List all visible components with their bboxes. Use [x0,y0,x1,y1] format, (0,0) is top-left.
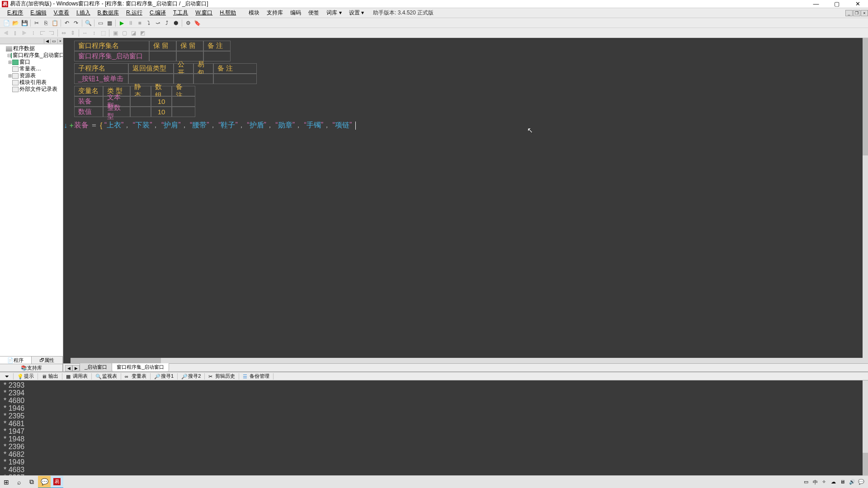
tab-variables[interactable]: ∞变量表 [122,372,149,380]
subproc-grid[interactable]: 子程序名返回值类型公开易包备 注 _按钮1_被单击 [74,63,257,84]
align-left[interactable]: ⫷ [2,29,10,37]
tb-pause[interactable]: ⏸ [127,19,135,27]
taskbar-app-wechat[interactable]: 💬 [38,476,51,488]
tb-open[interactable]: 📂 [11,19,19,27]
search-button[interactable]: ⌕ [13,476,25,488]
tb-copy[interactable]: ⎘ [42,19,50,27]
tree-item[interactable]: 外部文件记录表 [1,86,62,93]
tb-stepover[interactable]: ⤻ [154,19,162,27]
code-editor[interactable]: 窗口程序集名保 留保 留备 注 窗口程序集_启动窗口 子程序名返回值类型公开易包… [63,38,868,363]
tab-nav-prev[interactable]: ◀ [65,365,72,371]
tab-nav-next[interactable]: ▶ [72,365,80,371]
align-center[interactable]: ⫿ [11,29,19,37]
tb-window[interactable]: ▭ [96,19,104,27]
volume-icon[interactable]: 🔊 [849,479,855,485]
taskview-button[interactable]: ⧉ [25,476,38,488]
tb-bookmark[interactable]: 🔖 [193,19,201,27]
tab-program[interactable]: 📄 程序 [0,357,32,364]
same-size[interactable]: ⬚ [99,29,107,37]
tab-hint[interactable]: 💡提示 [14,372,37,380]
output-vscroll[interactable] [863,380,868,475]
editor-hscroll[interactable] [71,358,868,363]
tb-layout[interactable]: ▦ [105,19,113,27]
menu-notes[interactable]: 便签 [305,9,323,17]
panel-dock-icon[interactable]: ◀ [44,39,50,43]
tab-search2[interactable]: 🔎搜寻2 [179,372,203,380]
same-w[interactable]: ↔ [81,29,89,37]
menu-view[interactable]: V.查看 [50,9,73,17]
back[interactable]: ◩ [138,29,146,37]
tb-stepinto[interactable]: ⤵ [145,19,153,27]
tab-support[interactable]: 📚 支持库 [0,364,63,371]
tab-properties[interactable]: 🗗 属性 [32,357,63,364]
panel-close-icon[interactable]: × [57,39,63,43]
procset-grid[interactable]: 窗口程序集名保 留保 留备 注 窗口程序集_启动窗口 [74,41,231,61]
menu-settings[interactable]: 设置 ▾ [345,9,368,17]
menu-support[interactable]: 支持库 [263,9,287,17]
align-right[interactable]: ⫸ [20,29,28,37]
start-button[interactable]: ⊞ [0,476,13,488]
tray-icon[interactable]: ✧ [822,479,828,485]
maximize-button[interactable]: ▢ [826,0,847,8]
tb-compile[interactable]: ⚙ [184,19,192,27]
tab-search1[interactable]: 🔎搜寻1 [151,372,176,380]
group[interactable]: ▣ [111,29,119,37]
mdi-min[interactable]: _ [845,10,853,16]
project-tree[interactable]: 程序数据 ⊟窗口程序集_启动窗口 ⊞窗口 常量表… ⊞资源表 模块引用表 外部文… [0,44,63,356]
tree-item[interactable]: 模块引用表 [1,79,62,86]
align-bottom[interactable]: ⫎ [47,29,56,37]
tb-stepout[interactable]: ⤴ [163,19,171,27]
tb-find[interactable]: 🔍 [84,19,92,27]
variable-grid[interactable]: 变量名类 型静态数组备 注 装备文本型10 数值整数型10 [74,86,195,117]
menu-database[interactable]: B.数据库 [94,9,123,17]
system-tray[interactable]: ▭ 中 ✧ ☁ 🖥 🔊 💬 [804,479,868,485]
menu-module[interactable]: 模块 [245,9,263,17]
dist-v[interactable]: ⇕ [69,29,77,37]
tree-root[interactable]: 程序数据 [1,45,62,52]
editor-tab-active[interactable]: 窗口程序集_启动窗口 [112,362,169,371]
tab-watch[interactable]: 🔍监视表 [93,372,120,380]
taskbar-app-eyuyan[interactable]: 易 [51,476,63,488]
minimize-button[interactable]: — [806,0,826,8]
ime-icon[interactable]: 中 [813,479,819,485]
tb-run[interactable]: ▶ [118,19,126,27]
tab-output[interactable]: 🖥输出 [39,372,61,380]
ungroup[interactable]: ▢ [120,29,128,37]
panel-pin-icon[interactable]: ▭ [50,39,57,43]
align-top[interactable]: ⫶ [29,29,38,37]
menu-encoding[interactable]: 编码 [287,9,305,17]
tb-paste[interactable]: 📋 [51,19,59,27]
menu-dict[interactable]: 词库 ▾ [323,9,345,17]
dist-h[interactable]: ⇔ [60,29,68,37]
menu-tools[interactable]: T.工具 [170,9,192,17]
tree-item[interactable]: ⊟窗口程序集_启动窗口 [1,52,62,59]
editor-vscroll[interactable] [863,38,868,358]
tb-stop[interactable]: ■ [136,19,144,27]
same-h[interactable]: ↕ [90,29,98,37]
mdi-close[interactable]: × [861,10,868,16]
output-text[interactable]: * 2393* 2394* 4680* 1946* 2395* 4681* 19… [0,380,868,475]
align-middle[interactable]: ⫍ [38,29,47,37]
tray-icon[interactable]: ▭ [804,479,810,485]
notifications-icon[interactable]: 💬 [858,479,864,485]
editor-tab[interactable]: _启动窗口 [80,362,112,371]
tb-new[interactable]: 📄 [2,19,10,27]
menu-program[interactable]: E.程序 [4,9,27,17]
mdi-restore[interactable]: ❐ [853,10,860,16]
tb-undo[interactable]: ↶ [63,19,71,27]
tb-breakpoint[interactable]: ⬢ [172,19,180,27]
tab-callstack[interactable]: ▦调用表 [63,372,90,380]
tree-item[interactable]: ⊞资源表 [1,72,62,79]
tab-clipboard[interactable]: ✂剪辑历史 [206,372,238,380]
tb-redo[interactable]: ↷ [72,19,80,27]
menu-edit[interactable]: E.编辑 [27,9,50,17]
menu-help[interactable]: H.帮助 [216,9,240,17]
tb-save[interactable]: 💾 [20,19,28,27]
menu-compile[interactable]: C.编译 [146,9,170,17]
code-line[interactable]: ↓ + 装备 ＝ { “上衣”， “下装”， “护肩”， “腰带”， “鞋子”，… [74,119,868,132]
tray-icon[interactable]: 🖥 [840,479,846,485]
front[interactable]: ◪ [129,29,137,37]
tb-cut[interactable]: ✂ [33,19,41,27]
menu-run[interactable]: R.运行 [123,9,146,17]
tree-item[interactable]: 常量表… [1,66,62,72]
